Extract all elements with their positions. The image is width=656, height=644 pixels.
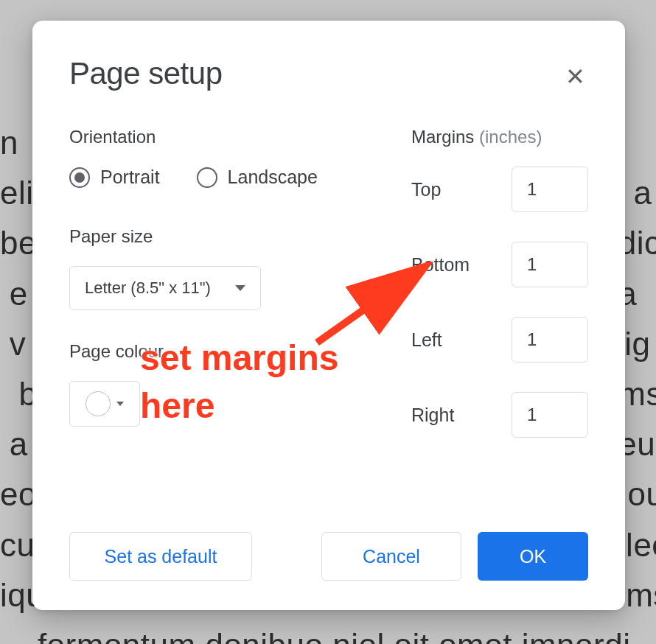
margin-top-row: Top xyxy=(411,167,588,212)
portrait-label: Portrait xyxy=(100,167,160,188)
page-colour-picker[interactable] xyxy=(69,381,140,427)
ok-button[interactable]: OK xyxy=(478,532,588,581)
chevron-down-icon xyxy=(235,285,245,291)
chevron-down-icon xyxy=(116,402,124,406)
margin-left-row: Left xyxy=(411,317,588,363)
margins-label: Margins (inches) xyxy=(411,127,588,147)
margin-left-label: Left xyxy=(411,329,442,351)
margin-right-label: Right xyxy=(411,405,454,426)
radio-icon xyxy=(197,167,217,188)
orientation-label: Orientation xyxy=(69,127,374,147)
dialog-title: Page setup xyxy=(69,56,223,91)
landscape-label: Landscape xyxy=(228,167,318,188)
margins-label-text: Margins xyxy=(411,127,474,147)
page-setup-dialog: Page setup ✕ Orientation Portrait Landsc… xyxy=(32,21,625,610)
margin-bottom-label: Bottom xyxy=(411,254,470,276)
paper-size-select[interactable]: Letter (8.5" x 11") xyxy=(69,266,261,310)
dialog-footer: Set as default Cancel OK xyxy=(69,532,588,581)
margin-top-input[interactable] xyxy=(512,167,588,212)
margins-unit: (inches) xyxy=(479,127,542,147)
margin-top-label: Top xyxy=(411,179,441,200)
radio-dot-icon xyxy=(74,172,85,183)
close-button[interactable]: ✕ xyxy=(562,62,588,91)
orientation-landscape-radio[interactable]: Landscape xyxy=(197,167,318,188)
radio-icon xyxy=(69,167,90,188)
orientation-portrait-radio[interactable]: Portrait xyxy=(69,167,160,188)
margin-bottom-input[interactable] xyxy=(512,242,588,287)
orientation-group: Portrait Landscape xyxy=(69,167,374,188)
close-icon: ✕ xyxy=(565,63,585,90)
left-column: Orientation Portrait Landscape Paper siz… xyxy=(69,127,374,467)
colour-swatch-icon xyxy=(86,391,111,416)
right-column: Margins (inches) Top Bottom Left Right xyxy=(411,127,588,467)
margin-left-input[interactable] xyxy=(512,317,588,363)
paper-size-value: Letter (8.5" x 11") xyxy=(85,279,211,298)
cancel-button[interactable]: Cancel xyxy=(321,532,461,581)
set-default-button[interactable]: Set as default xyxy=(69,532,252,581)
paper-size-label: Paper size xyxy=(69,226,374,247)
margin-right-row: Right xyxy=(411,392,588,438)
dialog-header: Page setup ✕ xyxy=(69,56,588,91)
page-colour-label: Page colour xyxy=(69,341,374,362)
margin-right-input[interactable] xyxy=(512,392,588,438)
dialog-body: Orientation Portrait Landscape Paper siz… xyxy=(69,127,588,467)
margin-bottom-row: Bottom xyxy=(411,242,588,287)
